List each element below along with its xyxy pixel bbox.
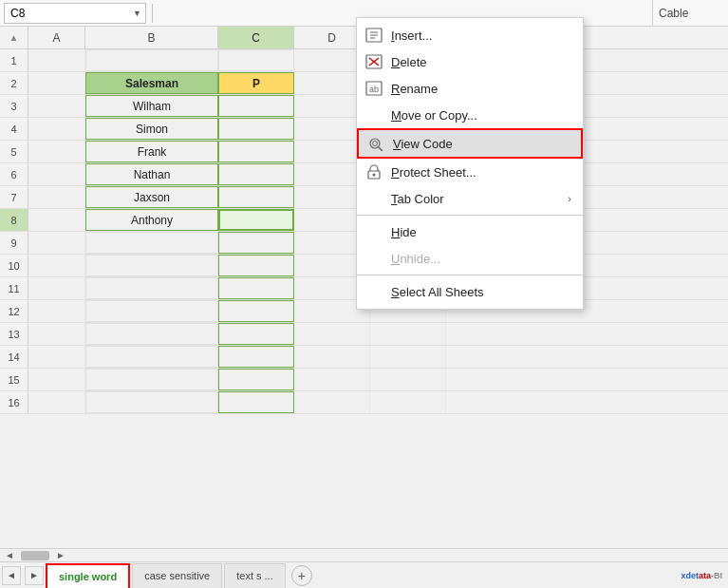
menu-item-protectsheet[interactable]: Protect Sheet...: [357, 159, 583, 185]
cell-b6[interactable]: Nathan: [85, 163, 218, 185]
cell-e14[interactable]: [370, 346, 446, 368]
tab-singleword[interactable]: single word: [46, 563, 130, 588]
table-row: 14: [0, 346, 728, 369]
cell-a7[interactable]: [28, 186, 85, 208]
cell-c15[interactable]: [218, 369, 294, 390]
tab-casesensitive[interactable]: case sensitive: [132, 563, 222, 588]
cell-c4[interactable]: [218, 118, 294, 140]
cell-a9[interactable]: [28, 232, 85, 254]
cell-b8[interactable]: Anthony: [85, 209, 218, 231]
cell-b2-salesman[interactable]: Salesman: [85, 72, 218, 94]
cell-a13[interactable]: [28, 323, 85, 345]
cell-b16[interactable]: [85, 391, 218, 413]
cell-b9[interactable]: [85, 232, 218, 254]
cell-d16[interactable]: [294, 391, 370, 413]
cell-b11[interactable]: [85, 277, 218, 299]
cell-b10[interactable]: [85, 255, 218, 276]
cell-a8[interactable]: [28, 209, 85, 231]
menu-item-viewcode[interactable]: View Code: [357, 128, 583, 159]
cell-b13[interactable]: [85, 323, 218, 345]
cell-ref-dropdown-icon[interactable]: ▼: [133, 9, 141, 18]
cell-c14[interactable]: [218, 346, 294, 368]
cell-b5[interactable]: Frank: [85, 141, 218, 162]
cell-d14[interactable]: [294, 346, 370, 368]
menu-item-delete-label: Delete: [391, 55, 427, 69]
cell-a14[interactable]: [28, 346, 85, 368]
moveorcopy-icon: [364, 106, 383, 123]
menu-item-moveorcopy[interactable]: Move or Copy...: [357, 102, 583, 128]
scroll-thumb[interactable]: [21, 551, 49, 560]
brand-logo: xdetata-BI: [681, 571, 728, 580]
context-menu: Insert... Delete ab Rename Move or Copy.…: [356, 17, 584, 310]
cell-c2-p[interactable]: P: [218, 72, 294, 94]
cell-e13[interactable]: [370, 323, 446, 345]
cell-a5[interactable]: [28, 141, 85, 162]
cell-b15[interactable]: [85, 369, 218, 390]
menu-item-selectallsheets[interactable]: Select All Sheets: [357, 278, 583, 305]
cell-a1[interactable]: [28, 49, 85, 71]
menu-item-delete[interactable]: Delete: [357, 48, 583, 75]
cell-d13[interactable]: [294, 323, 370, 345]
cell-a11[interactable]: [28, 277, 85, 299]
menu-item-hide[interactable]: Hide: [357, 218, 583, 245]
horizontal-scrollbar[interactable]: ◄ ►: [0, 548, 728, 561]
scroll-right-arrow[interactable]: ►: [51, 549, 70, 562]
cell-b3[interactable]: Wilham: [85, 95, 218, 117]
cell-c3[interactable]: [218, 95, 294, 117]
tab-casesensitive-label: case sensitive: [144, 570, 210, 581]
cell-c9[interactable]: [218, 232, 294, 254]
tab-texts[interactable]: text s ...: [224, 563, 286, 588]
cell-b1[interactable]: [85, 49, 218, 71]
cell-c12[interactable]: [218, 300, 294, 322]
menu-item-insert[interactable]: Insert...: [357, 22, 583, 48]
cell-a4[interactable]: [28, 118, 85, 140]
cell-c5[interactable]: [218, 141, 294, 162]
row-header-8: 8: [0, 209, 28, 231]
cell-a2[interactable]: [28, 72, 85, 94]
row-header-11: 11: [0, 277, 28, 299]
cell-c11[interactable]: [218, 277, 294, 299]
menu-item-unhide[interactable]: Unhide...: [357, 245, 583, 272]
cell-d15[interactable]: [294, 369, 370, 390]
cell-c10[interactable]: [218, 255, 294, 276]
cell-a12[interactable]: [28, 300, 85, 322]
cell-e15[interactable]: [370, 369, 446, 390]
col-header-b[interactable]: B: [85, 27, 218, 48]
cell-c13[interactable]: [218, 323, 294, 345]
corner-cell[interactable]: ▲: [0, 27, 28, 48]
menu-divider-2: [357, 275, 583, 275]
scroll-left-arrow[interactable]: ◄: [0, 549, 19, 562]
cell-a3[interactable]: [28, 95, 85, 117]
svg-point-10: [373, 142, 378, 146]
tab-add-button[interactable]: +: [291, 565, 312, 586]
cell-b14[interactable]: [85, 346, 218, 368]
cell-a16[interactable]: [28, 391, 85, 413]
viewcode-icon: [366, 135, 385, 152]
cell-c8[interactable]: [218, 209, 294, 231]
cell-reference-box[interactable]: C8 ▼: [4, 3, 146, 24]
table-row: 13: [0, 323, 728, 346]
cell-b12[interactable]: [85, 300, 218, 322]
row-header-3: 3: [0, 95, 28, 117]
cell-e16[interactable]: [370, 391, 446, 413]
menu-item-tabcolor[interactable]: Tab Color ›: [357, 185, 583, 212]
p-header-text: P: [252, 77, 260, 90]
cell-c6[interactable]: [218, 163, 294, 185]
cell-a6[interactable]: [28, 163, 85, 185]
col-header-c[interactable]: C: [218, 27, 294, 48]
cell-c1[interactable]: [218, 49, 294, 71]
protectsheet-icon: [364, 163, 383, 180]
cell-b7[interactable]: Jaxson: [85, 186, 218, 208]
cell-c7[interactable]: [218, 186, 294, 208]
cell-a15[interactable]: [28, 369, 85, 390]
tab-scroll-right[interactable]: ►: [25, 566, 44, 585]
menu-item-rename[interactable]: ab Rename: [357, 75, 583, 102]
cell-b4[interactable]: Simon: [85, 118, 218, 140]
tab-scroll-left[interactable]: ◄: [2, 566, 21, 585]
cell-a10[interactable]: [28, 255, 85, 276]
menu-item-selectallsheets-label: Select All Sheets: [391, 285, 484, 299]
cell-c16[interactable]: [218, 391, 294, 413]
select-all-icon: ▲: [9, 32, 19, 43]
table-row: 15: [0, 369, 728, 391]
col-header-a[interactable]: A: [28, 27, 85, 48]
